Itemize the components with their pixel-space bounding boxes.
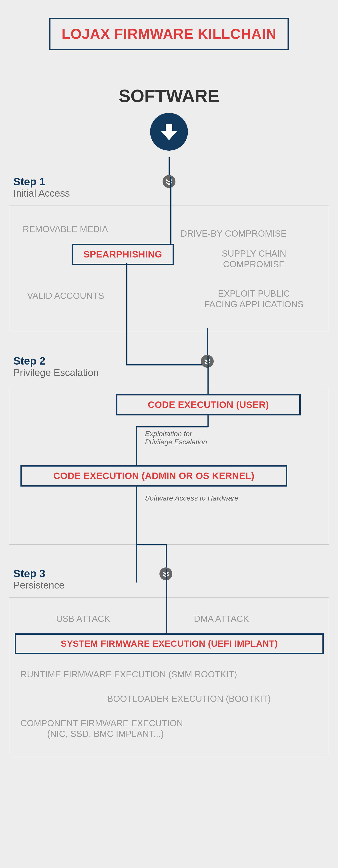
panel-persistence: USB ATTACK DMA ATTACK SYSTEM FIRMWARE EX… <box>9 597 329 757</box>
box-spearphishing: SPEARPHISHING <box>72 244 174 265</box>
chevron-down-icon <box>160 567 172 580</box>
panel-initial-access: REMOVABLE MEDIA DRIVE-BY COMPROMISE SPEA… <box>9 206 329 332</box>
step-2-sub: Privilege Escalation <box>13 367 329 378</box>
ghost-bootloader: BOOTLOADER EXECUTION (BOOTKIT) <box>107 693 321 704</box>
box-code-exec-admin: CODE EXECUTION (ADMIN OR OS KERNEL) <box>21 465 287 487</box>
box-code-exec-user: CODE EXECUTION (USER) <box>116 394 301 415</box>
box-system-firmware: SYSTEM FIRMWARE EXECUTION (UEFI IMPLANT) <box>15 633 324 654</box>
ghost-driveby: DRIVE-BY COMPROMISE <box>180 228 287 239</box>
ghost-valid-accounts: VALID ACCOUNTS <box>27 290 104 301</box>
ghost-exploit-public: EXPLOIT PUBLICFACING APPLICATIONS <box>192 288 316 309</box>
chevron-down-icon <box>163 175 175 188</box>
chevron-down-icon <box>201 355 214 368</box>
ghost-removable-media: REMOVABLE MEDIA <box>23 224 108 235</box>
software-heading: SOFTWARE <box>9 86 329 106</box>
title-box: LOJAX FIRMWARE KILLCHAIN <box>49 18 289 50</box>
ghost-runtime-firmware: RUNTIME FIRMWARE EXECUTION (SMM ROOTKIT) <box>21 669 318 680</box>
ghost-component-firmware: COMPONENT FIRMWARE EXECUTION(NIC, SSD, B… <box>21 718 318 739</box>
ghost-dma-attack: DMA ATTACK <box>194 613 249 624</box>
download-circle-icon <box>150 113 188 151</box>
step-3-sub: Persistence <box>13 580 329 591</box>
ghost-supply-chain: SUPPLY CHAINCOMPROMISE <box>198 248 310 270</box>
note-exploitation: Exploitation forPrivilege Escalation <box>145 430 234 446</box>
ghost-usb-attack: USB ATTACK <box>56 613 110 624</box>
panel-privilege-escalation: CODE EXECUTION (USER) Exploitation forPr… <box>9 385 329 545</box>
note-software-access: Software Access to Hardware <box>145 494 238 502</box>
